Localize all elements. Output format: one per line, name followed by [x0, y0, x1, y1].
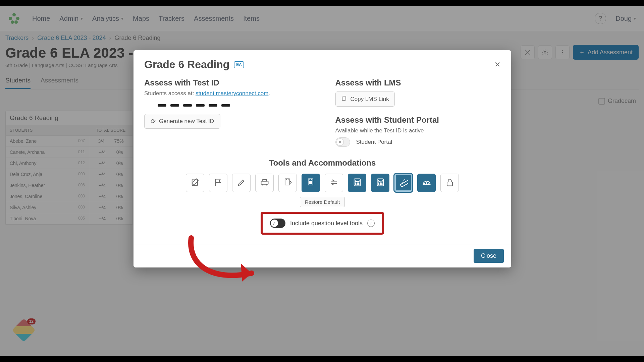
color-contrast-icon — [306, 178, 316, 188]
question-level-tools-highlight: ✓ Include question level tools i — [261, 212, 384, 235]
assess-portal-title: Assess with Student Portal — [335, 115, 501, 125]
assess-testid-text: Students access at: student.masteryconne… — [144, 90, 310, 97]
svg-rect-10 — [355, 180, 359, 182]
tool-scratchpad[interactable] — [278, 174, 297, 192]
restore-default-button[interactable]: Restore Default — [300, 197, 345, 207]
svg-rect-4 — [261, 181, 268, 184]
protractor-icon — [422, 178, 431, 188]
lock-icon — [445, 178, 454, 188]
tool-strikethrough[interactable] — [325, 174, 343, 192]
assess-testid-title: Assess with Test ID — [144, 78, 310, 87]
close-icon[interactable]: ✕ — [494, 60, 500, 69]
tool-notepad[interactable] — [186, 174, 204, 192]
close-button[interactable]: Close — [474, 249, 504, 263]
line-reader-icon — [260, 178, 269, 188]
svg-rect-5 — [263, 179, 267, 181]
portal-availability: Available while the Test ID is active — [335, 127, 501, 134]
tool-color-contrast[interactable] — [302, 174, 320, 192]
svg-rect-8 — [309, 181, 312, 184]
assess-modal: Grade 6 Reading EA ✕ Assess with Test ID… — [133, 50, 511, 267]
generate-test-id-button[interactable]: ⟳ Generate new Test ID — [144, 114, 220, 129]
tool-line-reader[interactable] — [255, 174, 274, 192]
svg-point-21 — [381, 183, 382, 183]
assess-lms-title: Assess with LMS — [335, 78, 501, 87]
generate-test-id-label: Generate new Test ID — [159, 118, 214, 125]
tool-ruler[interactable] — [394, 174, 413, 192]
info-icon[interactable]: i — [367, 220, 375, 227]
svg-rect-2 — [342, 97, 345, 101]
scratchpad-icon — [283, 178, 292, 188]
copy-lms-label: Copy LMS Link — [351, 96, 389, 103]
question-level-tools-label: Include question level tools — [290, 220, 363, 227]
copy-lms-link-button[interactable]: Copy LMS Link — [335, 92, 395, 107]
student-portal-label: Student Portal — [356, 139, 392, 145]
svg-point-15 — [357, 184, 357, 185]
reload-icon: ⟳ — [151, 118, 156, 125]
question-level-tools-toggle[interactable]: ✓ — [270, 219, 285, 228]
modal-title: Grade 6 Reading — [144, 58, 229, 71]
svg-point-23 — [380, 184, 380, 185]
flag-icon — [214, 178, 223, 188]
ea-badge: EA — [234, 61, 244, 68]
assess-testid-pre: Students access at: — [144, 90, 196, 97]
tool-scientific-calculator[interactable] — [371, 174, 389, 192]
clipboard-icon — [341, 95, 347, 103]
notepad-icon — [191, 178, 200, 188]
student-portal-toggle[interactable]: ✕ — [335, 137, 350, 147]
tool-flag[interactable] — [209, 174, 227, 192]
svg-point-13 — [358, 183, 359, 183]
svg-point-22 — [378, 184, 379, 185]
tool-protractor[interactable] — [417, 174, 436, 192]
tool-highlighter[interactable] — [232, 174, 251, 192]
svg-point-11 — [355, 183, 356, 183]
scientific-calculator-icon — [376, 178, 385, 188]
svg-point-16 — [358, 184, 359, 185]
svg-point-19 — [378, 183, 379, 183]
tools-title: Tools and Accommodations — [144, 158, 500, 168]
test-id-placeholder — [158, 104, 310, 107]
svg-point-12 — [357, 183, 357, 183]
highlighter-icon — [237, 178, 246, 188]
svg-point-24 — [381, 184, 382, 185]
student-access-link[interactable]: student.masteryconnect.com — [196, 90, 268, 97]
strikethrough-icon — [329, 178, 339, 188]
svg-point-20 — [380, 183, 380, 183]
svg-rect-26 — [447, 182, 452, 186]
check-icon: ✓ — [271, 220, 278, 227]
tool-lock[interactable] — [440, 174, 459, 192]
basic-calculator-icon — [353, 178, 362, 188]
tool-basic-calculator[interactable] — [348, 174, 366, 192]
ruler-icon — [399, 178, 408, 188]
svg-point-14 — [355, 184, 356, 185]
toggle-off-icon: ✕ — [336, 138, 344, 146]
